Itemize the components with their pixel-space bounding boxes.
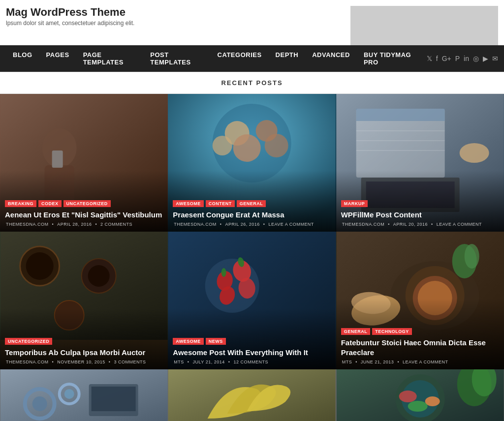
nav-link-categories[interactable]: CATEGORIES <box>211 45 269 64</box>
post-overlay-4: UNCATEGORIZED Temporibus Ab Culpa Ipsa M… <box>0 308 168 370</box>
post-comments-2: LEAVE A COMMENT <box>268 222 314 227</box>
social-twitter[interactable]: 𝕏 <box>427 55 432 62</box>
post-card-bottom-2[interactable] <box>168 369 336 421</box>
social-googleplus[interactable]: G+ <box>442 55 451 62</box>
tag-awesome-5[interactable]: AWESOME <box>173 338 204 345</box>
nav-link-pages[interactable]: PAGES <box>39 45 76 64</box>
svg-point-35 <box>221 268 226 277</box>
nav-link-depth[interactable]: DEPTH <box>269 45 306 64</box>
post-card-2[interactable]: AWESOME CONTENT GENERAL Praesent Congue … <box>168 94 336 232</box>
post-tags-2: AWESOME CONTENT GENERAL <box>173 200 331 207</box>
svg-point-56 <box>399 391 416 402</box>
tag-general-6[interactable]: GENERAL <box>341 328 371 335</box>
post-card-6[interactable]: GENERAL TECHNOLOGY Fatebuntur Stoici Hae… <box>336 232 504 369</box>
nav-link-buy[interactable]: BUY TIDYMAG PRO <box>357 45 427 72</box>
svg-point-47 <box>32 396 47 411</box>
social-pinterest[interactable]: P <box>455 55 460 62</box>
post-site-4: THEMESDNA.COM <box>6 360 49 364</box>
post-card-bottom-1[interactable] <box>0 369 168 421</box>
post-comments-6: LEAVE A COMMENT <box>403 360 448 364</box>
nav-item-page-templates[interactable]: PAGE TEMPLATES <box>76 45 144 72</box>
post-card-bottom-3[interactable] <box>336 369 504 421</box>
post-overlay-2: AWESOME CONTENT GENERAL Praesent Congue … <box>168 171 336 232</box>
main-nav: BLOG PAGES PAGE TEMPLATES POST TEMPLATES… <box>0 45 504 72</box>
post-card-5[interactable]: AWESOME NEWS Awesome Post With Everythin… <box>168 232 336 369</box>
nav-link-page-templates[interactable]: PAGE TEMPLATES <box>76 45 144 72</box>
tag-uncategorized-4[interactable]: UNCATEGORIZED <box>5 338 52 345</box>
svg-point-57 <box>425 396 440 406</box>
post-date-1: APRIL 28, 2016 <box>57 222 92 227</box>
meta-dot-9: • <box>188 360 191 364</box>
tag-technology-6[interactable]: TECHNOLOGY <box>372 328 412 335</box>
tag-codex[interactable]: CODEX <box>38 200 62 207</box>
post-site-6: MTS <box>342 360 352 364</box>
post-overlay-1: BREAKING CODEX UNCATEGORIZED Aenean Ut E… <box>0 171 168 232</box>
post-card-1[interactable]: BREAKING CODEX UNCATEGORIZED Aenean Ut E… <box>0 94 168 232</box>
posts-grid-bottom <box>0 369 504 421</box>
svg-point-44 <box>464 244 479 269</box>
post-overlay-6: GENERAL TECHNOLOGY Fatebuntur Stoici Hae… <box>336 299 504 369</box>
posts-grid: BREAKING CODEX UNCATEGORIZED Aenean Ut E… <box>0 94 504 369</box>
post-site-1: THEMESDNA.COM <box>6 222 49 227</box>
svg-rect-14 <box>356 109 444 121</box>
meta-dot-10: • <box>228 360 232 364</box>
post-site-5: MTS <box>174 360 184 364</box>
meta-dot-1: • <box>52 222 56 227</box>
site-tagline: lpsum dolor sit amet, consectetuer adipi… <box>6 20 134 27</box>
tag-general-2[interactable]: GENERAL <box>237 200 266 207</box>
nav-item-buy[interactable]: BUY TIDYMAG PRO <box>357 45 427 72</box>
post-meta-3: THEMESDNA.COM • APRIL 20, 2016 • LEAVE A… <box>341 222 499 227</box>
site-title-area: Mag WordPress Theme lpsum dolor sit amet… <box>0 6 134 32</box>
social-youtube[interactable]: ▶ <box>483 55 488 62</box>
tag-markup-3[interactable]: MARKUP <box>341 200 368 207</box>
post-meta-6: MTS • JUNE 21, 2013 • LEAVE A COMMENT <box>341 360 499 364</box>
post-card-4[interactable]: UNCATEGORIZED Temporibus Ab Culpa Ipsa M… <box>0 232 168 369</box>
nav-item-depth[interactable]: DEPTH <box>269 45 306 72</box>
social-facebook[interactable]: f <box>436 55 438 62</box>
meta-dot-5: • <box>388 222 391 227</box>
post-tags-4: UNCATEGORIZED <box>5 338 163 345</box>
nav-item-advanced[interactable]: ADVANCED <box>305 45 357 72</box>
post-comments-4: 3 COMMENTS <box>114 360 146 364</box>
social-instagram[interactable]: ◎ <box>473 55 479 62</box>
tag-awesome-2[interactable]: AWESOME <box>173 200 204 207</box>
post-date-4: NOVEMBER 10, 2015 <box>57 360 105 364</box>
site-title: Mag WordPress Theme <box>6 6 134 19</box>
meta-dot-2: • <box>95 222 98 227</box>
post-title-4: Temporibus Ab Culpa Ipsa Morbi Auctor <box>5 348 163 358</box>
post-date-5: JULY 21, 2014 <box>193 360 225 364</box>
meta-dot-8: • <box>109 360 112 364</box>
nav-item-categories[interactable]: CATEGORIES <box>211 45 269 72</box>
meta-dot-3: • <box>220 222 223 227</box>
tag-news-5[interactable]: NEWS <box>206 338 226 345</box>
nav-link-advanced[interactable]: ADVANCED <box>305 45 357 64</box>
post-meta-2: THEMESDNA.COM • APRIL 26, 2016 • LEAVE A… <box>173 222 331 227</box>
post-overlay-5: AWESOME NEWS Awesome Post With Everythin… <box>168 308 336 370</box>
social-email[interactable]: ✉ <box>492 55 498 62</box>
nav-link-blog[interactable]: BLOG <box>6 45 39 64</box>
meta-dot-7: • <box>52 360 56 364</box>
post-site-3: THEMESDNA.COM <box>342 222 385 227</box>
nav-link-post-templates[interactable]: POST TEMPLATES <box>143 45 210 72</box>
tag-content-2[interactable]: CONTENT <box>206 200 235 207</box>
meta-dot-12: • <box>397 360 401 364</box>
post-meta-4: THEMESDNA.COM • NOVEMBER 10, 2015 • 3 CO… <box>5 360 163 364</box>
post-card-3[interactable]: MARKUP WPFillMe Post Content THEMESDNA.C… <box>336 94 504 232</box>
post-title-1: Aenean Ut Eros Et "Nisl Sagittis" Vestib… <box>5 210 163 220</box>
post-tags-1: BREAKING CODEX UNCATEGORIZED <box>5 200 163 207</box>
post-meta-5: MTS • JULY 21, 2014 • 12 COMMENTS <box>173 360 331 364</box>
nav-item-blog[interactable]: BLOG <box>6 45 39 72</box>
header-ad-banner <box>350 6 498 45</box>
svg-point-49 <box>64 389 74 399</box>
meta-dot-4: • <box>263 222 267 227</box>
tag-uncategorized[interactable]: UNCATEGORIZED <box>63 200 111 207</box>
svg-point-25 <box>88 265 110 287</box>
svg-point-23 <box>26 252 54 280</box>
post-image-bottom-3 <box>336 369 504 421</box>
nav-item-pages[interactable]: PAGES <box>39 45 76 72</box>
social-linkedin[interactable]: in <box>464 55 469 62</box>
post-meta-1: THEMESDNA.COM • APRIL 28, 2016 • 2 COMME… <box>5 222 163 227</box>
tag-breaking[interactable]: BREAKING <box>5 200 36 207</box>
nav-item-post-templates[interactable]: POST TEMPLATES <box>143 45 210 72</box>
post-title-2: Praesent Congue Erat At Massa <box>173 210 331 220</box>
